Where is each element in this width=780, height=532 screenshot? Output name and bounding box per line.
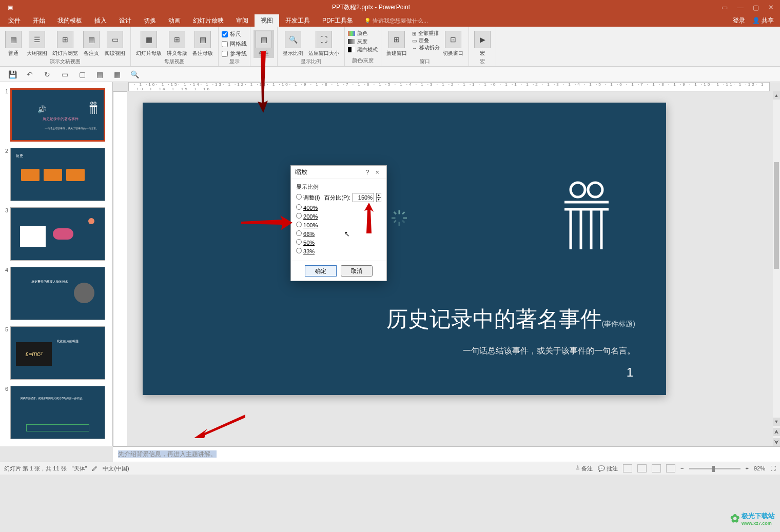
slide-quote[interactable]: 一句话总结该事件，或关于该事件的一句名言。 — [463, 346, 635, 357]
login-button[interactable]: 登录 — [733, 16, 745, 25]
cancel-button[interactable]: 取消 — [341, 265, 373, 277]
horizontal-ruler[interactable]: · 1 ·16· 1 ·15· 1 ·14· 1 ·13· 1 ·12· 1 ·… — [128, 82, 770, 91]
scroll-up-icon[interactable]: ▲ — [773, 91, 780, 100]
zoom-66-radio[interactable]: 66% — [296, 230, 315, 237]
thumbnail-6[interactable]: 演事件的经者，或充分期的论文或文章时间的一份引述。 — [10, 386, 105, 439]
fit-window-button[interactable]: ⛶适应窗口大小 — [306, 30, 341, 58]
thumbnail-1[interactable]: 🔊 历史记录中的著名事件 一句话总结该事件，或关于该事件的一句名言。 — [10, 88, 105, 142]
scroll-thumb[interactable] — [774, 162, 779, 269]
dialog-help-icon[interactable]: ? — [362, 168, 372, 176]
slide-title[interactable]: 历史记录中的著名事件(事件标题) — [276, 305, 635, 333]
tab-developer[interactable]: 开发工具 — [279, 14, 316, 27]
qat-btn-4[interactable]: ▦ — [112, 69, 122, 80]
tab-design[interactable]: 设计 — [113, 14, 138, 27]
notes-master-button[interactable]: ▤备注母版 — [190, 30, 215, 58]
notes-page-button[interactable]: ▤备注页 — [81, 30, 102, 58]
zoom-out-icon[interactable]: − — [680, 465, 684, 471]
bw-button[interactable]: 黑白模式 — [348, 46, 378, 53]
group-master-views: 母版视图 — [134, 58, 215, 66]
percent-down-icon[interactable]: ▼ — [376, 198, 381, 202]
close-icon[interactable]: ✕ — [768, 4, 774, 11]
slideshow-view-icon[interactable] — [666, 464, 675, 472]
language-status[interactable]: 中文(中国) — [103, 465, 129, 472]
slide-master-button[interactable]: ▦幻灯片母版 — [134, 30, 164, 58]
percent-up-icon[interactable]: ▲ — [376, 193, 381, 198]
next-slide-icon[interactable]: ⮟ — [773, 438, 780, 446]
minimize-icon[interactable]: — — [737, 4, 744, 11]
tab-transitions[interactable]: 切换 — [138, 14, 162, 27]
thumbnail-4[interactable]: 历史事件的重要人物的姓名 — [10, 267, 105, 320]
tab-review[interactable]: 审阅 — [230, 14, 255, 27]
tab-view[interactable]: 视图 — [255, 14, 279, 27]
move-split-button[interactable]: ↔ 移动拆分 — [412, 44, 440, 51]
reading-view-icon[interactable] — [652, 464, 661, 472]
tab-templates[interactable]: 我的模板 — [51, 14, 88, 27]
svg-rect-6 — [392, 218, 396, 219]
greyscale-button[interactable]: 灰度 — [348, 38, 367, 45]
zoom-fit-radio[interactable]: 调整(I) — [296, 194, 320, 202]
ruler-checkbox[interactable]: 标尺 — [222, 30, 241, 38]
normal-view-button[interactable]: ▦普通 — [3, 30, 24, 58]
macros-button[interactable]: ▶宏 — [472, 30, 493, 58]
notes-text[interactable]: 先介绍背景信息，再进入主题讲解。 — [118, 450, 217, 458]
tab-insert[interactable]: 插入 — [88, 14, 113, 27]
tab-animations[interactable]: 动画 — [162, 14, 187, 27]
thumbnail-2[interactable]: 历史 — [10, 148, 105, 201]
thumbnail-5[interactable]: ε=mc² 此处的片的标题 — [10, 326, 105, 380]
tab-file[interactable]: 文件 — [2, 14, 27, 27]
save-icon[interactable]: 💾 — [7, 69, 17, 80]
outline-view-button[interactable]: ☰大纲视图 — [25, 30, 49, 58]
slide-canvas[interactable]: 历史记录中的著名事件(事件标题) 一句话总结该事件，或关于该事件的一句名言。 1 — [143, 103, 666, 395]
sorter-view-button[interactable]: ⊞幻灯片浏览 — [50, 30, 80, 58]
percent-input[interactable] — [353, 193, 374, 202]
tab-slideshow[interactable]: 幻灯片放映 — [187, 14, 230, 27]
spellcheck-icon[interactable]: 🖉 — [92, 465, 98, 471]
qat-btn-1[interactable]: ▭ — [60, 69, 70, 80]
gridlines-checkbox[interactable]: 网格线 — [222, 40, 247, 48]
fit-to-window-icon[interactable]: ⛶ — [770, 465, 776, 471]
tab-home[interactable]: 开始 — [27, 14, 51, 27]
zoom-slider[interactable] — [689, 468, 740, 469]
zoom-100-radio[interactable]: 100% — [296, 222, 318, 228]
notes-pane[interactable]: 先介绍背景信息，再进入主题讲解。 — [113, 446, 780, 462]
zoom-200-radio[interactable]: 200% — [296, 213, 318, 220]
zoom-400-radio[interactable]: 400% — [296, 204, 318, 211]
group-colorgrey: 颜色/灰度 — [348, 57, 378, 65]
qat-btn-5[interactable]: 🔍 — [129, 69, 140, 80]
redo-icon[interactable]: ↻ — [42, 69, 52, 80]
reading-view-button[interactable]: ▭阅读视图 — [103, 30, 127, 58]
zoom-33-radio[interactable]: 33% — [296, 248, 315, 254]
share-button[interactable]: 👤 共享 — [752, 16, 774, 25]
vertical-ruler[interactable] — [113, 91, 127, 446]
slide-thumbnails[interactable]: 1 🔊 历史记录中的著名事件 一句话总结该事件，或关于该事件的一句名言。 2 历… — [0, 82, 113, 446]
notes-toggle-button[interactable]: ▤备注 — [254, 30, 274, 58]
ribbon-options-icon[interactable]: ▭ — [722, 4, 728, 11]
guides-checkbox[interactable]: 参考线 — [222, 49, 247, 58]
color-button[interactable]: 颜色 — [348, 30, 367, 37]
normal-view-icon[interactable] — [623, 464, 632, 472]
maximize-icon[interactable]: ▢ — [753, 4, 759, 11]
new-window-button[interactable]: ⊞新建窗口 — [384, 30, 409, 58]
ok-button[interactable]: 确定 — [305, 265, 337, 277]
zoom-level[interactable]: 92% — [754, 465, 765, 471]
prev-slide-icon[interactable]: ⮝ — [773, 428, 780, 436]
cascade-button[interactable]: ▭ 层叠 — [412, 37, 440, 44]
qat-btn-2[interactable]: ▢ — [77, 69, 87, 80]
sorter-view-icon[interactable] — [637, 464, 647, 472]
tellme-search[interactable]: 告诉我您想要做什么... — [364, 17, 428, 25]
handout-master-button[interactable]: ⊞讲义母版 — [165, 30, 189, 58]
tab-pdf[interactable]: PDF工具集 — [316, 14, 359, 27]
vertical-scrollbar[interactable]: ▲ ▼ ⮝ ⮟ — [773, 91, 780, 446]
zoom-button[interactable]: 🔍显示比例 — [281, 30, 305, 58]
arrange-all-button[interactable]: ⊞ 全部重排 — [412, 30, 440, 37]
undo-icon[interactable]: ↶ — [25, 69, 35, 80]
qat-btn-3[interactable]: ▤ — [94, 69, 105, 80]
notes-status-button[interactable]: ≜ 备注 — [575, 465, 593, 472]
thumbnail-3[interactable] — [10, 207, 105, 261]
dialog-close-icon[interactable]: × — [372, 168, 382, 176]
zoom-in-icon[interactable]: + — [746, 465, 749, 471]
switch-windows-button[interactable]: ⊡切换窗口 — [441, 30, 465, 58]
scroll-down-icon[interactable]: ▼ — [773, 418, 780, 426]
zoom-50-radio[interactable]: 50% — [296, 239, 315, 246]
comments-status-button[interactable]: 💬 批注 — [598, 465, 618, 472]
